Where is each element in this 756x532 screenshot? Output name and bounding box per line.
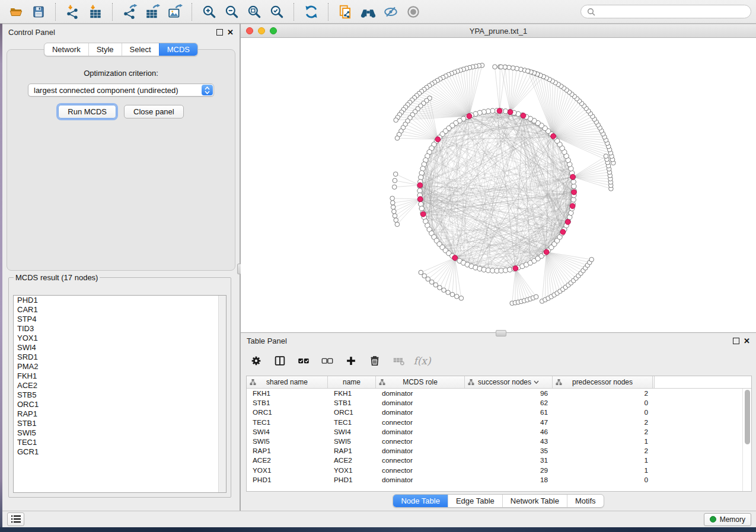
mcds-result-item[interactable]: TID3 — [14, 324, 226, 334]
table-row[interactable]: STB1STB1dominator620 — [247, 398, 751, 408]
network-mcds-node[interactable] — [420, 211, 426, 217]
network-leaf-node[interactable] — [392, 209, 397, 214]
zoom-fit-icon[interactable] — [243, 2, 266, 22]
network-leaf-node[interactable] — [442, 288, 446, 293]
export-network-icon[interactable] — [119, 2, 141, 22]
network-leaf-node[interactable] — [525, 69, 530, 73]
network-mcds-node[interactable] — [560, 229, 566, 235]
network-mcds-node[interactable] — [508, 110, 513, 115]
add-column-icon[interactable] — [340, 351, 362, 371]
column-header-name[interactable]: name — [328, 376, 376, 388]
tab-select[interactable]: Select — [122, 43, 159, 56]
network-leaf-node[interactable] — [419, 270, 423, 275]
import-network-icon[interactable] — [62, 2, 84, 22]
float-table-panel-icon[interactable] — [733, 338, 739, 344]
search-input[interactable] — [580, 5, 751, 18]
mcds-result-item[interactable]: STB5 — [14, 390, 226, 400]
mcds-result-item[interactable]: PMA2 — [14, 362, 226, 371]
network-leaf-node[interactable] — [393, 178, 397, 183]
network-leaf-node[interactable] — [455, 294, 460, 299]
mcds-result-item[interactable]: STP4 — [14, 315, 226, 324]
mcds-result-item[interactable]: GCR1 — [14, 447, 226, 457]
tab-style[interactable]: Style — [88, 43, 122, 56]
select-all-icon[interactable] — [293, 351, 314, 371]
column-header-shared-name[interactable]: shared name — [247, 376, 328, 388]
network-leaf-node[interactable] — [493, 65, 497, 69]
mcds-result-item[interactable]: PHD1 — [14, 296, 226, 305]
tab-network[interactable]: Network — [44, 43, 88, 56]
network-leaf-node[interactable] — [604, 154, 608, 159]
task-history-button[interactable] — [7, 512, 24, 526]
table-row[interactable]: PHD1PHD1dominator180 — [247, 475, 751, 485]
network-leaf-node[interactable] — [395, 136, 400, 140]
network-mcds-node[interactable] — [452, 255, 458, 261]
mcds-result-item[interactable]: SWI5 — [14, 428, 226, 438]
network-leaf-node[interactable] — [459, 296, 464, 301]
table-mode-gear-icon[interactable] — [245, 351, 267, 371]
tab-network-table[interactable]: Network Table — [502, 495, 567, 507]
network-leaf-node[interactable] — [589, 257, 594, 262]
network-mcds-node[interactable] — [521, 113, 526, 118]
zoom-selected-icon[interactable] — [266, 2, 288, 22]
network-leaf-node[interactable] — [446, 290, 451, 295]
network-leaf-node[interactable] — [422, 274, 427, 278]
network-leaf-node[interactable] — [393, 214, 397, 219]
show-all-icon[interactable] — [402, 2, 425, 22]
table-row[interactable]: ACE2ACE2connector311 — [247, 456, 751, 465]
tab-node-table[interactable]: Node Table — [393, 495, 448, 507]
network-leaf-node[interactable] — [499, 65, 503, 69]
network-leaf-node[interactable] — [394, 218, 398, 223]
network-leaf-node[interactable] — [390, 196, 395, 201]
network-mcds-node[interactable] — [570, 203, 575, 209]
column-header-MCDS-role[interactable]: MCDS role — [376, 376, 465, 388]
close-panel-button[interactable]: Close panel — [124, 105, 184, 118]
horizontal-splitter-grip[interactable] — [496, 330, 506, 336]
network-mcds-node[interactable] — [565, 219, 570, 225]
network-leaf-node[interactable] — [429, 280, 434, 284]
hide-selected-icon[interactable] — [379, 2, 402, 22]
zoom-out-icon[interactable] — [221, 2, 243, 22]
mcds-result-item[interactable]: FKH1 — [14, 371, 226, 381]
deselect-all-icon[interactable] — [317, 351, 338, 371]
network-leaf-node[interactable] — [391, 201, 395, 206]
memory-button[interactable]: Memory — [704, 513, 751, 526]
network-leaf-node[interactable] — [394, 118, 398, 123]
network-leaf-node[interactable] — [438, 286, 442, 290]
tab-motifs[interactable]: Motifs — [567, 495, 604, 507]
network-mcds-node[interactable] — [570, 174, 576, 180]
mcds-result-item[interactable]: YOX1 — [14, 334, 226, 343]
column-header-successor-nodes[interactable]: successor nodes — [465, 376, 553, 388]
float-panel-icon[interactable] — [216, 29, 223, 36]
export-image-icon[interactable] — [164, 2, 186, 22]
mcds-result-item[interactable]: SWI4 — [14, 343, 226, 352]
table-row[interactable]: SWI4SWI4dominator462 — [247, 427, 751, 437]
mcds-result-item[interactable]: RAP1 — [14, 409, 226, 419]
table-row[interactable]: TEC1TEC1connector472 — [247, 418, 751, 427]
network-mcds-node[interactable] — [467, 114, 472, 119]
zoom-in-icon[interactable] — [198, 2, 221, 22]
network-mcds-node[interactable] — [513, 266, 518, 271]
network-leaf-node[interactable] — [393, 172, 398, 177]
tab-mcds[interactable]: MCDS — [159, 43, 197, 56]
search-network-icon[interactable] — [357, 2, 379, 22]
import-table-icon[interactable] — [84, 2, 107, 22]
refresh-icon[interactable] — [300, 2, 323, 22]
network-leaf-node[interactable] — [392, 185, 397, 190]
criterion-select[interactable]: largest connected component (undirected) — [28, 84, 214, 97]
table-row[interactable]: RAP1RAP1dominator352 — [247, 446, 751, 456]
open-file-icon[interactable] — [5, 2, 27, 22]
mcds-result-item[interactable]: ORC1 — [14, 400, 226, 409]
export-table-icon[interactable] — [141, 2, 164, 22]
table-scrollbar-thumb[interactable] — [745, 390, 750, 444]
search-field[interactable] — [598, 7, 745, 17]
network-mcds-node[interactable] — [435, 137, 441, 142]
save-session-icon[interactable] — [27, 2, 50, 22]
table-row[interactable]: SWI5SWI5connector431 — [247, 437, 751, 446]
network-mcds-node[interactable] — [417, 197, 423, 202]
network-leaf-node[interactable] — [391, 205, 395, 210]
mcds-list-scrollbar[interactable] — [218, 296, 226, 492]
mcds-result-item[interactable]: CAR1 — [14, 305, 226, 315]
mcds-result-item[interactable]: ACE2 — [14, 381, 226, 390]
network-leaf-node[interactable] — [426, 277, 430, 281]
network-mcds-node[interactable] — [497, 108, 502, 114]
